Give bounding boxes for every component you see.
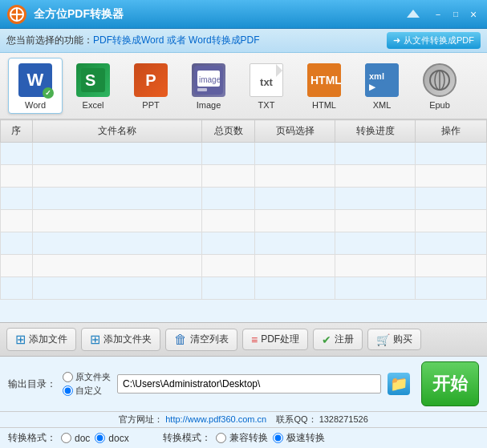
radio-original[interactable]: 原文件夹	[63, 371, 111, 383]
tool-word-label: Word	[25, 100, 46, 110]
image-icon: images	[192, 63, 225, 97]
browse-folder-button[interactable]: 📁	[388, 373, 410, 395]
table-row	[1, 165, 487, 188]
output-path-input[interactable]	[117, 374, 381, 394]
app-logo	[6, 4, 27, 25]
format-label: 转换格式：	[8, 431, 56, 445]
buy-button[interactable]: 🛒 购买	[367, 329, 421, 350]
tool-ppt-label: PPT	[142, 100, 159, 110]
radio-group: 原文件夹 自定义	[63, 371, 111, 397]
window-controls: □	[405, 7, 481, 22]
mode-compatible[interactable]: 兼容转换	[216, 431, 268, 445]
output-label: 输出目录：	[8, 377, 56, 391]
format-docx[interactable]: docx	[95, 433, 128, 444]
register-button[interactable]: ✔ 注册	[313, 329, 363, 350]
ppt-icon: P	[134, 63, 168, 97]
epub-icon	[423, 63, 457, 97]
buy-icon: 🛒	[376, 333, 390, 346]
website-label: 官方网址：	[119, 414, 163, 424]
switch-button[interactable]: ➜ 从文件转换成PDF	[387, 32, 481, 49]
tool-image[interactable]: images Image	[181, 59, 236, 113]
col-seq: 序	[1, 120, 33, 143]
maximize-button[interactable]: □	[448, 7, 463, 22]
title-bar: 全方位PDF转换器 □	[0, 0, 487, 29]
table-row	[1, 255, 487, 277]
add-folder-button[interactable]: ⊞ 添加文件夹	[81, 328, 160, 351]
table-row	[1, 277, 487, 300]
svg-text:▶: ▶	[369, 83, 376, 91]
svg-marker-4	[407, 10, 420, 18]
func-bar: 您当前选择的功能： PDF转换成Word 或者 Word转换成PDF ➜ 从文件…	[0, 29, 487, 53]
txt-icon: txt	[250, 63, 283, 97]
col-action: 操作	[416, 120, 487, 143]
tool-image-label: Image	[197, 100, 221, 110]
file-table-section: 序 文件名称 总页数 页码选择 转换进度 操作	[0, 119, 487, 322]
tool-html[interactable]: HTML HTML	[297, 59, 351, 113]
clear-list-button[interactable]: 🗑 清空列表	[165, 329, 237, 351]
mode-fast[interactable]: 极速转换	[273, 431, 325, 445]
main-content: 您当前选择的功能： PDF转换成Word 或者 Word转换成PDF ➜ 从文件…	[0, 29, 487, 448]
mode-label: 转换模式：	[163, 431, 211, 445]
tool-excel-label: Excel	[83, 100, 104, 110]
folder-icon: 📁	[390, 375, 408, 393]
svg-text:xml: xml	[369, 71, 384, 81]
excel-icon: S	[76, 63, 110, 97]
table-row	[1, 210, 487, 232]
add-file-button[interactable]: ⊞ 添加文件	[6, 328, 76, 351]
minimize-button[interactable]	[431, 7, 445, 22]
tool-xml[interactable]: xml ▶ XML	[355, 59, 409, 113]
start-button[interactable]: 开始	[421, 361, 479, 406]
format-bar: 转换格式： doc docx 转换模式： 兼容转换 极速转换	[0, 427, 487, 448]
app-title: 全方位PDF转换器	[34, 7, 405, 22]
tool-txt[interactable]: txt TXT	[239, 59, 294, 113]
svg-text:images: images	[199, 75, 223, 84]
html-icon: HTML	[307, 63, 341, 97]
qq-label: 联系QQ：	[276, 414, 316, 424]
output-bar: 输出目录： 原文件夹 自定义 📁 开始	[0, 357, 487, 411]
table-row	[1, 143, 487, 165]
pdf-process-button[interactable]: ≡ PDF处理	[242, 329, 308, 350]
arrow-icon	[405, 8, 421, 21]
tool-epub-label: Epub	[429, 100, 450, 110]
info-bar: 官方网址： http://www.pdf360.com.cn 联系QQ： 132…	[0, 411, 487, 427]
tool-excel[interactable]: S Excel	[66, 59, 120, 113]
add-folder-icon: ⊞	[90, 332, 100, 347]
col-filename: 文件名称	[32, 120, 201, 143]
close-button[interactable]	[466, 7, 481, 22]
table-row	[1, 232, 487, 255]
tool-txt-label: TXT	[258, 100, 275, 110]
register-icon: ✔	[322, 333, 331, 346]
tool-word[interactable]: W ✓ Word	[8, 58, 63, 114]
file-table: 序 文件名称 总页数 页码选择 转换进度 操作	[0, 119, 487, 300]
add-file-icon: ⊞	[15, 332, 26, 347]
tool-epub[interactable]: Epub	[412, 59, 467, 113]
col-pages: 总页数	[201, 120, 255, 143]
tool-ppt[interactable]: P PPT	[124, 59, 178, 113]
svg-text:S: S	[85, 71, 95, 89]
radio-custom[interactable]: 自定义	[63, 385, 111, 397]
tool-html-label: HTML	[312, 100, 336, 110]
svg-rect-10	[197, 88, 207, 91]
clear-icon: 🗑	[174, 333, 187, 347]
format-doc[interactable]: doc	[61, 433, 90, 444]
func-label: 您当前选择的功能：	[6, 34, 93, 47]
tool-xml-label: XML	[373, 100, 392, 110]
table-row	[1, 188, 487, 210]
xml-icon: xml ▶	[365, 63, 399, 97]
pdf-icon: ≡	[251, 333, 258, 346]
website-url[interactable]: http://www.pdf360.com.cn	[165, 414, 266, 424]
col-pagesel: 页码选择	[255, 120, 335, 143]
func-description: PDF转换成Word 或者 Word转换成PDF	[93, 34, 260, 47]
col-progress: 转换进度	[335, 120, 416, 143]
word-icon: W ✓	[18, 63, 52, 97]
svg-text:HTML: HTML	[310, 74, 341, 87]
tools-row: W ✓ Word S Excel P	[0, 53, 487, 119]
action-bar: ⊞ 添加文件 ⊞ 添加文件夹 🗑 清空列表 ≡ PDF处理 ✔ 注册 🛒 购买	[0, 322, 487, 357]
qq-number: 1328271526	[319, 414, 368, 424]
